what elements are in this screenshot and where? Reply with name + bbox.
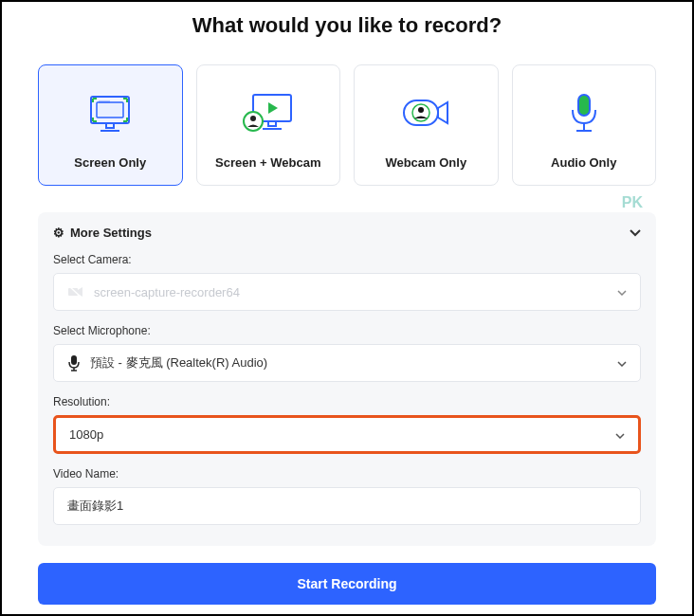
svg-rect-2 (99, 100, 110, 103)
video-name-field: Video Name: 畫面錄影1 (53, 467, 641, 525)
gear-icon: ⚙ (53, 226, 64, 240)
camera-value: screen-capture-recorder64 (94, 285, 617, 299)
resolution-label: Resolution: (53, 395, 641, 408)
svg-rect-1 (97, 102, 123, 118)
card-webcam-only[interactable]: Webcam Only (354, 64, 499, 186)
start-recording-button[interactable]: Start Recording (38, 563, 656, 605)
video-name-label: Video Name: (53, 467, 641, 480)
chevron-down-icon[interactable] (630, 226, 641, 240)
card-label: Screen Only (74, 155, 146, 170)
card-label: Screen + Webcam (215, 155, 320, 170)
record-mode-cards: Screen Only Screen + Webcam (2, 64, 692, 186)
card-screen-only[interactable]: Screen Only (38, 64, 183, 186)
chevron-down-icon (617, 357, 627, 369)
camera-field: Select Camera: screen-capture-recorder64 (53, 253, 641, 311)
video-name-input[interactable]: 畫面錄影1 (53, 487, 641, 525)
resolution-select[interactable]: 1080p (53, 415, 641, 454)
card-audio-only[interactable]: Audio Only (512, 64, 657, 186)
chevron-down-icon (615, 429, 625, 441)
screen-webcam-icon (240, 82, 297, 144)
chevron-down-icon (617, 286, 627, 298)
page-title: What would you like to record? (2, 13, 692, 38)
svg-marker-6 (268, 102, 278, 114)
settings-panel: ⚙ More Settings Select Camera: screen-ca… (38, 212, 656, 546)
audio-only-icon (565, 82, 603, 144)
settings-header[interactable]: ⚙ More Settings (53, 226, 641, 240)
microphone-select[interactable]: 預設 - 麥克風 (Realtek(R) Audio) (53, 344, 641, 382)
svg-point-10 (250, 116, 256, 121)
resolution-field: Resolution: 1080p (53, 395, 641, 454)
microphone-icon (67, 354, 81, 371)
card-label: Webcam Only (385, 155, 466, 170)
svg-rect-3 (106, 123, 114, 128)
card-label: Audio Only (551, 155, 616, 170)
svg-rect-7 (268, 121, 276, 126)
video-name-value: 畫面錄影1 (67, 498, 123, 515)
svg-rect-14 (578, 95, 590, 116)
camera-off-icon (67, 285, 84, 299)
microphone-field: Select Microphone: 預設 - 麥克風 (Realtek(R) … (53, 324, 641, 382)
webcam-only-icon (398, 82, 453, 144)
microphone-label: Select Microphone: (53, 324, 641, 337)
camera-select[interactable]: screen-capture-recorder64 (53, 273, 641, 311)
settings-heading: More Settings (70, 226, 152, 240)
microphone-value: 預設 - 麥克風 (Realtek(R) Audio) (90, 354, 617, 371)
watermark: PK (622, 194, 643, 211)
svg-point-13 (418, 107, 424, 113)
card-screen-webcam[interactable]: Screen + Webcam (196, 64, 341, 186)
resolution-value: 1080p (69, 427, 615, 442)
camera-label: Select Camera: (53, 253, 641, 266)
svg-rect-19 (71, 355, 77, 365)
screen-only-icon (85, 82, 135, 144)
